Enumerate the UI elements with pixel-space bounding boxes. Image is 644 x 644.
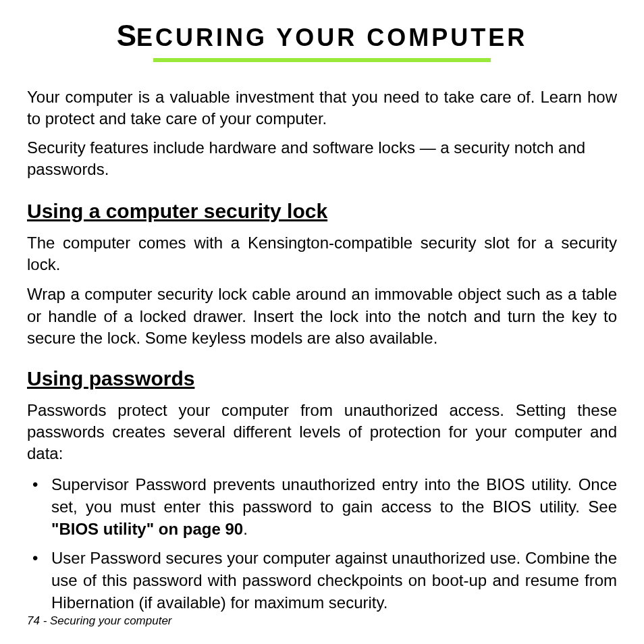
section1-paragraph-1: The computer comes with a Kensington-com… [27, 232, 617, 276]
intro-paragraph-1: Your computer is a valuable investment t… [27, 86, 617, 130]
password-bullet-list: Supervisor Password prevents unauthorize… [27, 473, 617, 614]
bullet-text-post: . [243, 520, 248, 538]
list-item: User Password secures your computer agai… [27, 547, 617, 614]
section-heading-passwords: Using passwords [27, 367, 617, 390]
title-first-letter: S [117, 19, 136, 52]
section1-paragraph-2: Wrap a computer security lock cable arou… [27, 284, 617, 349]
title-rest: ECURING YOUR COMPUTER [136, 24, 527, 51]
title-underline [153, 58, 491, 62]
list-item: Supervisor Password prevents unauthorize… [27, 473, 617, 540]
section-heading-security-lock: Using a computer security lock [27, 200, 617, 223]
page-footer: 74 - Securing your computer [27, 614, 172, 628]
bios-utility-reference: "BIOS utility" on page 90 [51, 520, 243, 538]
section2-paragraph-1: Passwords protect your computer from una… [27, 400, 617, 465]
intro-paragraph-2: Security features include hardware and s… [27, 137, 617, 181]
page-title: SECURING YOUR COMPUTER [27, 19, 617, 53]
bullet-text-pre: Supervisor Password prevents unauthorize… [51, 475, 617, 516]
bullet-text: User Password secures your computer agai… [51, 549, 617, 612]
